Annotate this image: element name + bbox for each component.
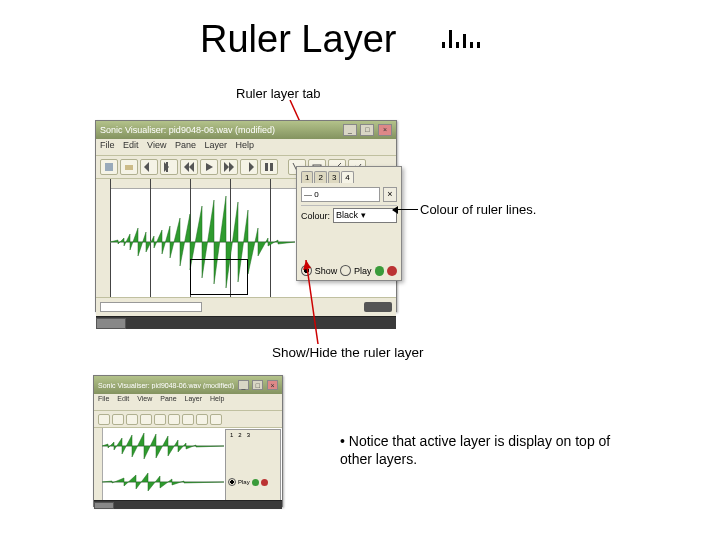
toolbar-btn-9[interactable] bbox=[260, 159, 278, 175]
small-red-dot-icon[interactable] bbox=[261, 479, 268, 486]
minimize-button[interactable]: _ bbox=[343, 124, 357, 136]
svg-marker-19 bbox=[303, 260, 311, 270]
svg-marker-9 bbox=[206, 163, 213, 171]
menu2-edit[interactable]: Edit bbox=[117, 395, 129, 402]
waveform-bottom-icon bbox=[102, 468, 224, 496]
colour-field-label: Colour: bbox=[301, 211, 330, 221]
toolbar-small bbox=[94, 411, 282, 428]
play-radio[interactable] bbox=[340, 265, 351, 276]
menu-pane[interactable]: Pane bbox=[175, 140, 196, 150]
tb2-5[interactable] bbox=[154, 414, 166, 425]
svg-line-18 bbox=[306, 260, 318, 344]
titlebar: Sonic Visualiser: pid9048-06.wav (modifi… bbox=[96, 121, 396, 139]
arrow-head-colour-icon bbox=[392, 206, 398, 214]
close-button-2[interactable]: × bbox=[267, 380, 278, 390]
layer-panel-small: 1 2 3 Play bbox=[225, 429, 281, 503]
svg-marker-8 bbox=[184, 162, 189, 172]
svg-rect-13 bbox=[265, 163, 268, 171]
toolbar-btn-1[interactable] bbox=[100, 159, 118, 175]
menubar-small: File Edit View Pane Layer Help bbox=[94, 394, 282, 411]
window-file-title-small: Sonic Visualiser: pid9048-06.wav (modifi… bbox=[98, 382, 234, 389]
ruler-layer-glyph-icon bbox=[440, 30, 482, 48]
menu2-pane[interactable]: Pane bbox=[160, 395, 176, 402]
arrow-to-show-icon bbox=[302, 258, 322, 346]
menu2-layer[interactable]: Layer bbox=[185, 395, 203, 402]
maximize-button-2[interactable]: □ bbox=[252, 380, 263, 390]
tb2-2[interactable] bbox=[112, 414, 124, 425]
toolbar-play-button[interactable] bbox=[200, 159, 218, 175]
layer-tab-2[interactable]: 2 bbox=[314, 171, 326, 183]
tb2-3[interactable] bbox=[126, 414, 138, 425]
svg-marker-10 bbox=[224, 162, 229, 172]
play-radio-label: Play bbox=[354, 266, 372, 276]
layer-tab-1[interactable]: 1 bbox=[301, 171, 313, 183]
small-show-radio[interactable] bbox=[228, 478, 236, 486]
small-scrollbar[interactable] bbox=[94, 500, 282, 509]
menu2-view[interactable]: View bbox=[137, 395, 152, 402]
colour-dropdown[interactable]: Black ▾ bbox=[333, 208, 397, 223]
tb2-4[interactable] bbox=[140, 414, 152, 425]
page-title: Ruler Layer bbox=[200, 18, 396, 61]
menubar: File Edit View Pane Layer Help bbox=[96, 139, 396, 156]
layer-name-field[interactable]: — 0 bbox=[301, 187, 380, 202]
window-buttons: _ □ × bbox=[342, 124, 392, 136]
menu2-help[interactable]: Help bbox=[210, 395, 224, 402]
titlebar-small: Sonic Visualiser: pid9048-06.wav (modifi… bbox=[94, 376, 282, 394]
ruler-layer-tab-label: Ruler layer tab bbox=[236, 86, 321, 101]
svg-rect-14 bbox=[270, 163, 273, 171]
tb2-1[interactable] bbox=[98, 414, 110, 425]
green-dot-icon[interactable] bbox=[375, 266, 385, 276]
red-dot-icon[interactable] bbox=[387, 266, 397, 276]
small-green-dot-icon[interactable] bbox=[252, 479, 259, 486]
tb2-7[interactable] bbox=[182, 414, 194, 425]
tb2-6[interactable] bbox=[168, 414, 180, 425]
minimize-button-2[interactable]: _ bbox=[238, 380, 249, 390]
small-tab-3[interactable]: 3 bbox=[245, 432, 252, 438]
statusbar bbox=[96, 297, 396, 316]
svg-marker-7 bbox=[189, 162, 194, 172]
close-button[interactable]: × bbox=[378, 124, 392, 136]
layer-close-x[interactable]: × bbox=[383, 187, 397, 202]
toolbar-btn-2[interactable] bbox=[120, 159, 138, 175]
horizontal-scrollbar[interactable] bbox=[96, 316, 396, 329]
volume-knob[interactable] bbox=[364, 302, 392, 312]
menu-help[interactable]: Help bbox=[236, 140, 255, 150]
app-window-small: Sonic Visualiser: pid9048-06.wav (modifi… bbox=[93, 375, 283, 507]
vertical-scale bbox=[96, 179, 111, 297]
menu-edit[interactable]: Edit bbox=[123, 140, 139, 150]
colour-of-lines-label: Colour of ruler lines. bbox=[420, 202, 536, 217]
svg-marker-11 bbox=[229, 162, 234, 172]
menu-view[interactable]: View bbox=[147, 140, 166, 150]
layer-tab-ruler[interactable]: 4 bbox=[341, 171, 353, 183]
maximize-button[interactable]: □ bbox=[360, 124, 374, 136]
waveform-pane-small[interactable]: 1 2 3 Play bbox=[94, 428, 282, 500]
waveform-top-icon bbox=[102, 430, 224, 462]
toolbar-btn-8[interactable] bbox=[240, 159, 258, 175]
small-tab-2[interactable]: 2 bbox=[236, 432, 243, 438]
tb2-9[interactable] bbox=[210, 414, 222, 425]
toolbar-btn-3[interactable] bbox=[140, 159, 158, 175]
tb2-8[interactable] bbox=[196, 414, 208, 425]
menu-file[interactable]: File bbox=[100, 140, 115, 150]
showhide-label: Show/Hide the ruler layer bbox=[272, 345, 424, 360]
menu2-file[interactable]: File bbox=[98, 395, 109, 402]
svg-marker-12 bbox=[249, 162, 254, 172]
toolbar-forward-button[interactable] bbox=[220, 159, 238, 175]
window-file-title: Sonic Visualiser: pid9048-06.wav (modifi… bbox=[100, 125, 275, 135]
toolbar-rewind-button[interactable] bbox=[180, 159, 198, 175]
toolbar-btn-4[interactable] bbox=[160, 159, 178, 175]
layer-tab-3[interactable]: 3 bbox=[328, 171, 340, 183]
svg-rect-2 bbox=[105, 163, 113, 171]
menu-layer[interactable]: Layer bbox=[204, 140, 227, 150]
note-bullet: • Notice that active layer is display on… bbox=[340, 432, 640, 468]
status-readout bbox=[100, 302, 202, 312]
svg-marker-4 bbox=[144, 162, 149, 172]
small-tab-1[interactable]: 1 bbox=[228, 432, 235, 438]
highlight-box bbox=[190, 259, 248, 295]
svg-rect-3 bbox=[125, 165, 133, 170]
small-play-label: Play bbox=[238, 479, 250, 485]
